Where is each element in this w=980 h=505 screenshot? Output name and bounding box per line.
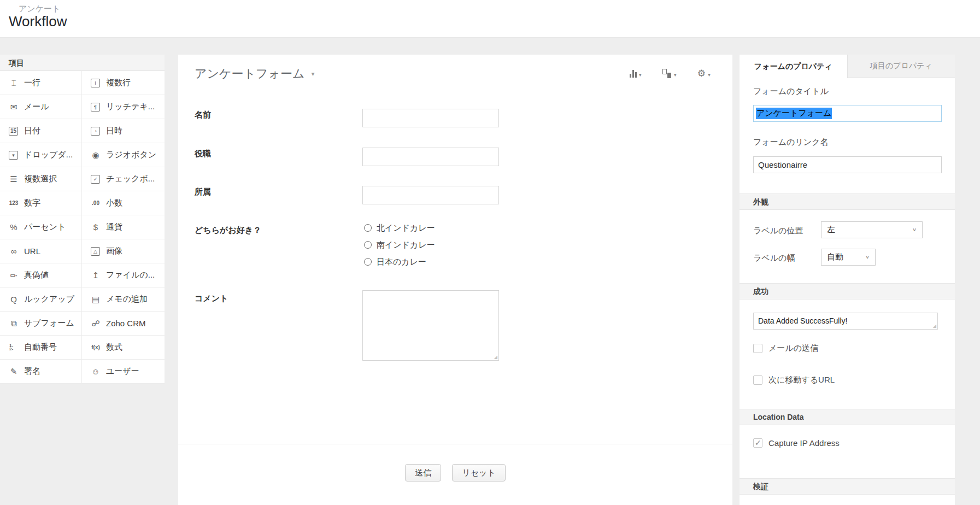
sidebar-item-label: 真偽値	[24, 270, 49, 280]
sidebar-item-checkbox[interactable]: ✓チェックボ...	[82, 167, 165, 191]
comment-field-textarea[interactable]: ◢	[362, 290, 499, 361]
capture-ip-label: Capture IP Address	[768, 438, 840, 448]
sidebar-item-formula[interactable]: f(x)数式	[82, 336, 165, 360]
radio-option-label: 日本のカレー	[377, 257, 426, 267]
signature-icon: ✎	[7, 367, 20, 376]
sidebar-item-multi-select[interactable]: ☰複数選択	[0, 167, 82, 191]
sidebar-item-date[interactable]: 15日付	[0, 119, 82, 143]
bar-chart-icon	[630, 69, 637, 78]
resize-grip-icon[interactable]: ◢	[494, 355, 497, 360]
link-name-input[interactable]	[753, 156, 942, 173]
sidebar-item-label: 数式	[106, 342, 122, 353]
sidebar-item-single-line[interactable]: ⌶一行	[0, 71, 82, 95]
form-title-input[interactable]: アンケートフォーム	[753, 105, 942, 122]
checkbox-unchecked-icon[interactable]	[753, 375, 762, 385]
name-field-input[interactable]	[362, 109, 499, 127]
form-canvas-title: アンケートフォーム	[195, 66, 305, 82]
name-field-label: 名前	[195, 110, 211, 120]
label-width-value: 自動	[827, 252, 865, 262]
sidebar-item-label: パーセント	[24, 222, 66, 232]
properties-panel: フォームのプロパティ 項目のプロパティ フォームのタイトル アンケートフォーム …	[740, 55, 955, 505]
form-button-row: 送信 リセット	[178, 464, 732, 481]
tab-form-properties[interactable]: フォームのプロパティ	[740, 55, 847, 78]
label-position-select[interactable]: 左 ∨	[821, 221, 923, 238]
sidebar-item-multi-line[interactable]: I複数行	[82, 71, 165, 95]
sidebar-item-email[interactable]: ✉メール	[0, 95, 82, 119]
checkbox-checked-icon[interactable]	[753, 438, 762, 448]
add-notes-icon: ▤	[89, 295, 102, 304]
sidebar-item-label: ドロップダ...	[24, 150, 73, 160]
sidebar-item-label: 通貨	[106, 222, 122, 232]
layout-menu-button[interactable]: ▾	[662, 69, 677, 78]
field-palette-grid: ⌶一行 I複数行 ✉メール ¶リッチテキ... 15日付 ◔日時 ▾ドロップダ.…	[0, 71, 165, 384]
multi-line-icon: I	[91, 79, 100, 87]
sidebar-item-label: チェックボ...	[106, 174, 155, 184]
affiliation-field-label: 所属	[195, 187, 211, 197]
auto-number-icon: 1- 2-	[7, 344, 20, 351]
page-title: Workflow	[9, 13, 67, 30]
sidebar-item-image[interactable]: △画像	[82, 239, 165, 263]
image-icon: △	[91, 247, 100, 256]
reset-button[interactable]: リセット	[452, 464, 505, 481]
percent-icon: %	[7, 223, 20, 232]
radio-option-south-indian-curry[interactable]: 南インドカレー	[364, 239, 435, 251]
link-name-label: フォームのリンク名	[753, 137, 828, 148]
date-time-icon: ◔	[91, 127, 100, 136]
settings-menu-button[interactable]: ⚙ ▾	[697, 69, 711, 78]
sidebar-item-radio-button[interactable]: ◉ラジオボタン	[82, 143, 165, 167]
bar-chart-menu-button[interactable]: ▾	[630, 69, 642, 78]
form-title-menu[interactable]: アンケートフォーム ▾	[195, 66, 315, 82]
success-message-input[interactable]: Data Added SuccessFully! ◢	[753, 313, 938, 330]
sidebar-item-label: 画像	[106, 246, 122, 256]
curry-radio-group: 北インドカレー 南インドカレー 日本のカレー	[364, 222, 435, 273]
sidebar-item-label: ユーザー	[106, 366, 139, 377]
form-canvas: アンケートフォーム ▾ ▾ ▾ ⚙ ▾ 名前 役職 所属 どちらがお好き？	[178, 55, 732, 505]
email-icon: ✉	[7, 103, 20, 111]
send-email-checkbox-row[interactable]: メールの送信	[753, 343, 818, 354]
chevron-down-icon: ∨	[912, 227, 917, 232]
layout-icon	[662, 69, 672, 78]
sidebar-item-auto-number[interactable]: 1- 2-自動番号	[0, 336, 82, 360]
sidebar-item-add-notes[interactable]: ▤メモの追加	[82, 287, 165, 312]
radio-option-label: 南インドカレー	[377, 240, 435, 250]
sidebar-item-number[interactable]: 123数字	[0, 191, 82, 215]
sidebar-item-percent[interactable]: %パーセント	[0, 215, 82, 239]
resize-grip-icon[interactable]: ◢	[933, 324, 936, 328]
chevron-down-icon: ▾	[708, 72, 711, 78]
label-width-select[interactable]: 自動 ∨	[821, 249, 876, 266]
sidebar-item-decimal[interactable]: .00小数	[82, 191, 165, 215]
sidebar-item-label: 複数選択	[24, 174, 57, 184]
sidebar-item-zoho-crm[interactable]: ☍Zoho CRM	[82, 312, 165, 336]
boolean-icon: ▭-	[7, 271, 20, 280]
zoho-crm-icon: ☍	[89, 319, 102, 328]
choice-field-label: どちらがお好き？	[195, 225, 261, 236]
sidebar-item-currency[interactable]: $通貨	[82, 215, 165, 239]
sidebar-item-user[interactable]: ☺ユーザー	[82, 360, 165, 384]
sidebar-item-boolean[interactable]: ▭-真偽値	[0, 263, 82, 287]
radio-option-japanese-curry[interactable]: 日本のカレー	[364, 256, 435, 268]
sidebar-item-label: メモの追加	[106, 294, 148, 304]
sidebar-item-lookup[interactable]: Qルックアップ	[0, 287, 82, 312]
rich-text-icon: ¶	[91, 103, 100, 111]
tab-field-properties[interactable]: 項目のプロパティ	[847, 55, 955, 78]
submit-button[interactable]: 送信	[405, 464, 441, 481]
sidebar-item-date-time[interactable]: ◔日時	[82, 119, 165, 143]
chevron-down-icon: ▾	[639, 72, 642, 78]
sidebar-item-signature[interactable]: ✎署名	[0, 360, 82, 384]
sidebar-item-url[interactable]: ∞URL	[0, 239, 82, 263]
currency-icon: $	[89, 223, 102, 232]
sidebar-item-subform[interactable]: ⧉サブフォーム	[0, 312, 82, 336]
radio-option-north-indian-curry[interactable]: 北インドカレー	[364, 222, 435, 234]
redirect-url-checkbox-row[interactable]: 次に移動するURL	[753, 375, 835, 385]
role-field-input[interactable]	[362, 148, 499, 166]
affiliation-field-input[interactable]	[362, 186, 499, 204]
checkbox-unchecked-icon[interactable]	[753, 344, 762, 353]
sidebar-item-file-upload[interactable]: ↥ファイルの...	[82, 263, 165, 287]
sidebar-item-label: 一行	[24, 78, 40, 88]
sidebar-item-label: 日時	[106, 126, 122, 136]
capture-ip-checkbox-row[interactable]: Capture IP Address	[753, 438, 840, 448]
dropdown-icon: ▾	[9, 151, 18, 160]
sidebar-item-dropdown[interactable]: ▾ドロップダ...	[0, 143, 82, 167]
single-line-icon: ⌶	[7, 79, 20, 87]
sidebar-item-rich-text[interactable]: ¶リッチテキ...	[82, 95, 165, 119]
